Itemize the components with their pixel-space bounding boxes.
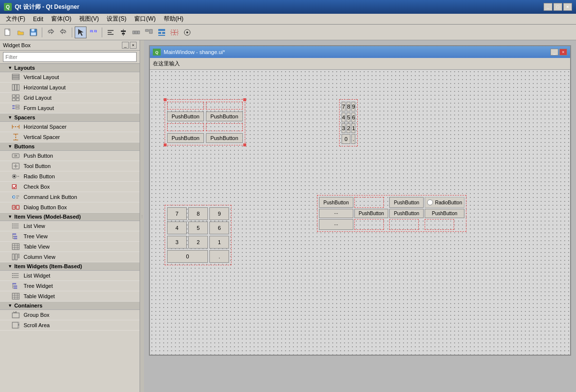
menu-help[interactable]: 帮助(H): [160, 14, 188, 24]
calc-l-7[interactable]: 7: [167, 207, 187, 220]
sidebar-item-radio-button[interactable]: Radio Button: [0, 171, 140, 182]
calc-s-0[interactable]: 0: [342, 134, 350, 144]
widget-box-minus[interactable]: _: [122, 42, 129, 49]
designer-canvas[interactable]: PushButton PushButton PushButton PushBut…: [150, 70, 570, 355]
calc-s-2[interactable]: 2: [346, 123, 350, 133]
menu-edit[interactable]: Edit: [29, 15, 47, 24]
save-button[interactable]: [28, 27, 39, 38]
redo-button[interactable]: [58, 27, 69, 38]
align-left-button[interactable]: [105, 27, 116, 38]
menu-settings[interactable]: 设置(S): [103, 14, 130, 24]
menu-view[interactable]: 视图(V): [75, 14, 103, 24]
calc-s-6[interactable]: 6: [351, 112, 355, 122]
calc-s-5[interactable]: 5: [346, 112, 350, 122]
sidebar-item-table-view[interactable]: Table View: [0, 242, 140, 252]
category-buttons[interactable]: ▼ Buttons: [0, 142, 140, 151]
bg-btn-dots-2[interactable]: ···: [319, 219, 353, 230]
calc-s-7[interactable]: 7: [342, 102, 346, 112]
calc-s-9[interactable]: 9: [351, 102, 355, 112]
menu-file[interactable]: 文件(F): [2, 14, 29, 24]
sidebar-splitter[interactable]: ⋮: [140, 40, 144, 392]
open-button[interactable]: [15, 27, 27, 38]
category-item-widgets[interactable]: ▼ Item Widgets (Item-Based): [0, 262, 140, 271]
filter-input[interactable]: [3, 52, 137, 62]
calc-l-6[interactable]: 6: [209, 222, 229, 234]
widget-box-close[interactable]: ×: [130, 42, 137, 49]
sidebar-item-check-box[interactable]: Check Box: [0, 182, 140, 192]
sidebar-item-scroll-area[interactable]: Scroll Area: [0, 320, 140, 331]
category-layouts[interactable]: ▼ Layouts: [0, 64, 140, 72]
sidebar-item-grid-layout[interactable]: Grid Layout: [0, 93, 140, 103]
radio-circle-1: [427, 199, 433, 205]
calc-l-4[interactable]: 4: [167, 222, 187, 234]
form-pushbtn-1[interactable]: PushButton: [167, 112, 204, 121]
layout-button[interactable]: [156, 27, 168, 38]
bg-btn-5[interactable]: PushButton: [425, 209, 464, 218]
category-containers[interactable]: ▼ Containers: [0, 302, 140, 310]
calc-l-8[interactable]: 8: [188, 207, 208, 220]
sidebar-item-vertical-layout[interactable]: Vertical Layout: [0, 72, 140, 83]
sidebar-item-table-widget[interactable]: Table Widget: [0, 291, 140, 302]
sidebar-item-list-view[interactable]: List View: [0, 221, 140, 231]
category-item-views[interactable]: ▼ Item Views (Model-Based): [0, 213, 140, 221]
calc-large-widget[interactable]: 7 8 9 4 5 6 3 2 1 0 .: [165, 205, 231, 265]
svg-rect-24: [158, 35, 165, 36]
tab-order-button[interactable]: 12: [87, 27, 99, 38]
calc-s-8[interactable]: 8: [346, 102, 350, 112]
sidebar-item-column-view[interactable]: Column View: [0, 252, 140, 262]
form-pushbtn-3[interactable]: PushButton: [167, 133, 204, 143]
calc-l-2[interactable]: 2: [188, 236, 208, 249]
button-grid-widget[interactable]: PushButton PushButton RadioButton ··· Pu…: [317, 195, 466, 232]
sidebar-item-list-widget[interactable]: List Widget: [0, 271, 140, 281]
calc-l-1[interactable]: 1: [209, 236, 229, 249]
new-button[interactable]: [2, 27, 14, 38]
sidebar-item-tree-view[interactable]: Tree View: [0, 231, 140, 242]
svg-rect-40: [12, 105, 15, 107]
sidebar-item-horizontal-layout[interactable]: Horizontal Layout: [0, 83, 140, 93]
sidebar-item-tree-widget[interactable]: Tree Widget: [0, 281, 140, 291]
minimize-button[interactable]: _: [544, 3, 552, 11]
sidebar-item-push-button[interactable]: OK Push Button: [0, 151, 140, 161]
calc-s-1[interactable]: 1: [351, 123, 355, 133]
maximize-button[interactable]: □: [553, 3, 562, 11]
distribute-button[interactable]: [130, 27, 142, 38]
sidebar-item-command-link[interactable]: Command Link Button: [0, 192, 140, 202]
calc-l-0[interactable]: 0: [167, 250, 208, 263]
bg-btn-1[interactable]: PushButton: [319, 197, 353, 208]
bg-btn-4[interactable]: PushButton: [389, 209, 424, 218]
calc-small-widget[interactable]: 7 8 9 4 5 6 3 2 1 0 .: [339, 99, 358, 146]
close-button[interactable]: ×: [563, 3, 572, 11]
calc-l-9[interactable]: 9: [209, 207, 229, 220]
menu-window[interactable]: 窗口(W): [130, 14, 159, 24]
calc-l-dot[interactable]: .: [209, 250, 229, 263]
bg-empty-1: [354, 197, 384, 208]
sidebar-item-horizontal-spacer[interactable]: Horizontal Spacer: [0, 122, 140, 132]
bg-btn-2[interactable]: PushButton: [389, 197, 424, 208]
align-button[interactable]: [117, 27, 129, 38]
sidebar-item-tool-button[interactable]: Tool Button: [0, 161, 140, 171]
form-layout-widget[interactable]: PushButton PushButton PushButton PushBut…: [165, 99, 245, 145]
form-pushbtn-2[interactable]: PushButton: [206, 112, 243, 121]
sidebar-item-vertical-spacer[interactable]: Vertical Spacer: [0, 132, 140, 142]
sidebar-item-form-layout[interactable]: Form Layout: [0, 103, 140, 113]
calc-l-5[interactable]: 5: [188, 222, 208, 234]
calc-s-4[interactable]: 4: [342, 112, 346, 122]
undo-button[interactable]: [45, 27, 57, 38]
designer-close[interactable]: ×: [559, 49, 567, 56]
calc-l-3[interactable]: 3: [167, 236, 187, 249]
break-layout-button[interactable]: [169, 27, 180, 38]
sidebar-item-dialog-button[interactable]: ✕ Dialog Button Box: [0, 202, 140, 213]
command-link-label: Command Link Button: [24, 194, 77, 200]
bg-btn-dots-1[interactable]: ···: [319, 209, 353, 218]
calc-s-3[interactable]: 3: [342, 123, 346, 133]
designer-minimize[interactable]: _: [550, 49, 558, 56]
sidebar-item-group-box[interactable]: GB Group Box: [0, 310, 140, 320]
calc-s-dot[interactable]: .: [351, 134, 355, 144]
size-button[interactable]: [143, 27, 155, 38]
menu-form[interactable]: 窗体(O): [47, 14, 75, 24]
pointer-tool[interactable]: [75, 27, 86, 38]
category-spacers[interactable]: ▼ Spacers: [0, 113, 140, 122]
preview-button[interactable]: [181, 27, 193, 38]
bg-btn-3[interactable]: PushButton: [354, 209, 389, 218]
form-pushbtn-4[interactable]: PushButton: [206, 133, 243, 143]
